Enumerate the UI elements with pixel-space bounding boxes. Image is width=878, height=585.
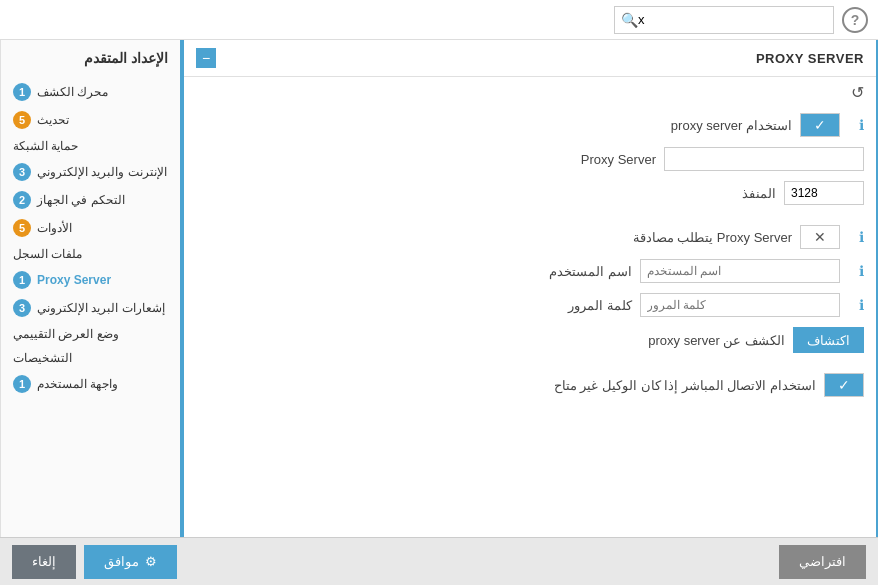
label-direct: استخدام الاتصال المباشر إذا كان الوكيل غ… (554, 378, 816, 393)
divider-1 (184, 210, 876, 220)
label-username: اسم المستخدم (532, 264, 632, 279)
sidebar-title: الإعداد المتقدم (9, 50, 172, 66)
label-port: المنفذ (676, 186, 776, 201)
ok-button[interactable]: ⚙ موافق (84, 545, 177, 579)
sidebar-item-label-configurations: التشخيصات (13, 351, 72, 365)
sidebar-item-internet-email[interactable]: الإنترنت والبريد الإلكتروني 3 (9, 158, 172, 186)
password-input[interactable] (640, 293, 840, 317)
row-username: ℹ اسم المستخدم (184, 254, 876, 288)
sidebar-item-label-internet: الإنترنت والبريد الإلكتروني (37, 165, 167, 179)
sidebar-item-label-diagnostics: وضع العرض التقييمي (13, 327, 119, 341)
port-input[interactable] (784, 181, 864, 205)
discover-button[interactable]: اكتشاف (793, 327, 864, 353)
search-icon[interactable]: 🔍 (621, 12, 638, 28)
sidebar-item-configurations[interactable]: التشخيصات (9, 346, 172, 370)
badge-update: 5 (13, 111, 31, 129)
label-password: كلمة المرور (532, 298, 632, 313)
sidebar-item-label-network: حماية الشبكة (13, 139, 78, 153)
badge-email-alerts: 3 (13, 299, 31, 317)
right-sidebar: الإعداد المتقدم محرك الكشف 1 تحديث 5 حما… (0, 40, 180, 537)
badge-tools: 5 (13, 219, 31, 237)
sidebar-item-label-proxy: Proxy Server (37, 273, 111, 287)
badge-crawler: 1 (13, 83, 31, 101)
label-discover: الكشف عن proxy server (648, 333, 785, 348)
checkbox-use-proxy[interactable]: ✓ (800, 113, 840, 137)
sidebar-item-label-ui: واجهة المستخدم (37, 377, 118, 391)
sidebar-item-log-files[interactable]: ملفات السجل (9, 242, 172, 266)
username-input[interactable] (640, 259, 840, 283)
sidebar-item-update[interactable]: تحديث 5 (9, 106, 172, 134)
info-icon-use-proxy[interactable]: ℹ (848, 117, 864, 133)
section-header: − PROXY SERVER (184, 40, 876, 77)
label-auth: Proxy Server يتطلب مصادقة (633, 230, 792, 245)
sidebar-item-label-device: التحكم في الجهاز (37, 193, 125, 207)
sidebar-item-label-email-alerts: إشعارات البريد الإلكتروني (37, 301, 165, 315)
refresh-row: ↺ (184, 77, 876, 108)
sidebar-item-tools[interactable]: الأدوات 5 (9, 214, 172, 242)
badge-proxy: 1 (13, 271, 31, 289)
search-input[interactable] (638, 12, 827, 27)
sidebar-item-user-interface[interactable]: واجهة المستخدم 1 (9, 370, 172, 398)
badge-internet: 3 (13, 163, 31, 181)
top-bar: ? 🔍 (0, 0, 878, 40)
collapse-button[interactable]: − (196, 48, 216, 68)
defaults-button[interactable]: افتراضي (779, 545, 866, 579)
sidebar-item-network-protection[interactable]: حماية الشبكة (9, 134, 172, 158)
sidebar-item-label-logs: ملفات السجل (13, 247, 82, 261)
main-content: − PROXY SERVER ↺ ℹ ✓ استخدام proxy serve… (0, 40, 878, 537)
cancel-button[interactable]: إلغاء (12, 545, 76, 579)
row-direct-connect: ✓ استخدام الاتصال المباشر إذا كان الوكيل… (184, 368, 876, 402)
checkbox-direct[interactable]: ✓ (824, 373, 864, 397)
badge-device: 2 (13, 191, 31, 209)
bottom-left-buttons: افتراضي (779, 545, 866, 579)
sidebar-item-crawler[interactable]: محرك الكشف 1 (9, 78, 172, 106)
ok-icon: ⚙ (145, 554, 157, 569)
check-icon-auth: ✕ (814, 229, 826, 245)
row-use-proxy: ℹ ✓ استخدام proxy server (184, 108, 876, 142)
sidebar-item-proxy[interactable]: Proxy Server 1 (9, 266, 172, 294)
info-icon-auth[interactable]: ℹ (848, 229, 864, 245)
sidebar-item-device-control[interactable]: التحكم في الجهاز 2 (9, 186, 172, 214)
sidebar-item-diagnostics[interactable]: وضع العرض التقييمي (9, 322, 172, 346)
proxy-server-input[interactable] (664, 147, 864, 171)
info-icon-password[interactable]: ℹ (848, 297, 864, 313)
sidebar-item-email-alerts[interactable]: إشعارات البريد الإلكتروني 3 (9, 294, 172, 322)
badge-ui: 1 (13, 375, 31, 393)
row-discover: اكتشاف الكشف عن proxy server (184, 322, 876, 358)
label-use-proxy: استخدام proxy server (671, 118, 792, 133)
help-icon[interactable]: ? (842, 7, 868, 33)
settings-panel: − PROXY SERVER ↺ ℹ ✓ استخدام proxy serve… (180, 40, 878, 537)
row-port: المنفذ (184, 176, 876, 210)
row-password: ℹ كلمة المرور (184, 288, 876, 322)
row-proxy-server-input: Proxy Server (184, 142, 876, 176)
check-icon-use-proxy: ✓ (814, 117, 826, 133)
refresh-button[interactable]: ↺ (851, 83, 864, 102)
check-icon-direct: ✓ (838, 377, 850, 393)
info-icon-username[interactable]: ℹ (848, 263, 864, 279)
sidebar-item-label-tools: الأدوات (37, 221, 72, 235)
sidebar-item-label-crawler: محرك الكشف (37, 85, 108, 99)
ok-label: موافق (104, 554, 139, 569)
row-requires-auth: ℹ ✕ Proxy Server يتطلب مصادقة (184, 220, 876, 254)
label-proxy-server: Proxy Server (556, 152, 656, 167)
checkbox-auth[interactable]: ✕ (800, 225, 840, 249)
search-box: 🔍 (614, 6, 834, 34)
sidebar-item-label-update: تحديث (37, 113, 69, 127)
bottom-right-buttons: ⚙ موافق إلغاء (12, 545, 177, 579)
section-title: PROXY SERVER (756, 51, 864, 66)
bottom-bar: افتراضي ⚙ موافق إلغاء (0, 537, 878, 585)
divider-2 (184, 358, 876, 368)
